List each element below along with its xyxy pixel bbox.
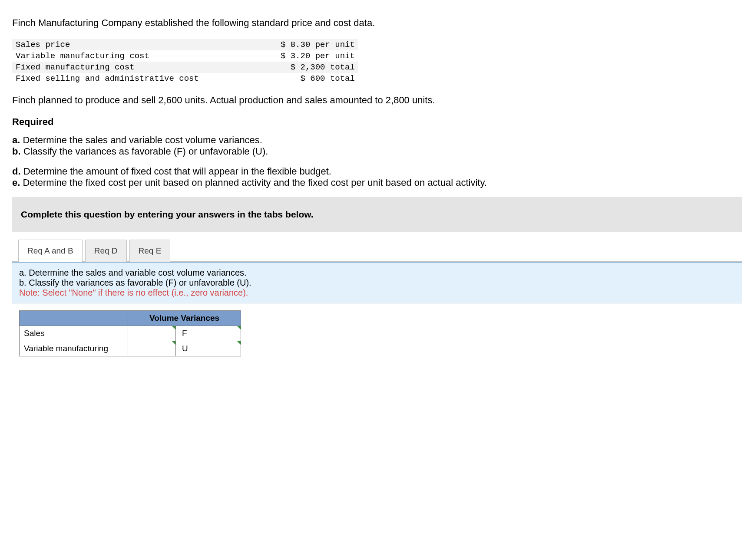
cell-edit-indicator-icon (172, 341, 175, 345)
instruction-bar: Complete this question by entering your … (12, 197, 742, 232)
answer-row-variable-manufacturing: Variable manufacturing U (20, 341, 241, 356)
tab-req-a-b[interactable]: Req A and B (18, 240, 83, 262)
variable-manufacturing-variance-classification-select[interactable]: U (176, 341, 241, 356)
problem-intro: Finch Manufacturing Company established … (12, 17, 742, 29)
cell-edit-indicator-icon (172, 326, 175, 329)
cell-edit-indicator-icon (237, 326, 241, 329)
data-value: $ 2,300 total (202, 62, 358, 73)
data-label: Fixed manufacturing cost (12, 62, 202, 73)
data-label: Fixed selling and administrative cost (12, 73, 202, 84)
tab-req-e[interactable]: Req E (129, 240, 171, 262)
tab-instructions: a. Determine the sales and variable cost… (12, 262, 742, 303)
table-row: Fixed manufacturing cost $ 2,300 total (12, 62, 358, 73)
standard-data-table: Sales price $ 8.30 per unit Variable man… (12, 39, 358, 84)
table-row: Variable manufacturing cost $ 3.20 per u… (12, 50, 358, 62)
table-row: Sales price $ 8.30 per unit (12, 39, 358, 50)
tab-strip: Req A and B Req D Req E (18, 240, 742, 262)
narrative-text: Finch planned to produce and sell 2,600 … (12, 95, 742, 106)
tab-line-a: a. Determine the sales and variable cost… (19, 268, 735, 278)
data-value: $ 8.30 per unit (202, 39, 358, 50)
row-label: Sales (20, 326, 128, 341)
blank-header (20, 311, 128, 326)
requirement-list-ab: a. Determine the sales and variable cost… (12, 135, 742, 157)
answer-row-sales: Sales F (20, 326, 241, 341)
requirement-list-de: d. Determine the amount of fixed cost th… (12, 166, 742, 188)
table-row: Fixed selling and administrative cost $ … (12, 73, 358, 84)
answer-table: Volume Variances Sales F Variable manufa… (19, 310, 241, 356)
requirement-d: d. Determine the amount of fixed cost th… (12, 166, 742, 177)
required-heading: Required (12, 116, 742, 128)
variable-manufacturing-variance-amount-input[interactable] (128, 341, 176, 356)
row-label: Variable manufacturing (20, 341, 128, 356)
tab-line-b: b. Classify the variances as favorable (… (19, 278, 735, 288)
requirement-e: e. Determine the fixed cost per unit bas… (12, 177, 742, 188)
requirement-a: a. Determine the sales and variable cost… (12, 135, 742, 146)
cell-edit-indicator-icon (237, 341, 241, 345)
tab-req-d[interactable]: Req D (85, 240, 127, 262)
requirement-b: b. Classify the variances as favorable (… (12, 146, 742, 157)
sales-variance-classification-select[interactable]: F (176, 326, 241, 341)
sales-variance-amount-input[interactable] (128, 326, 176, 341)
data-value: $ 3.20 per unit (202, 50, 358, 62)
data-label: Sales price (12, 39, 202, 50)
tab-panel-req-a-b: a. Determine the sales and variable cost… (12, 261, 742, 356)
tab-note: Note: Select "None" if there is no effec… (19, 288, 735, 298)
data-label: Variable manufacturing cost (12, 50, 202, 62)
volume-variances-header: Volume Variances (128, 311, 241, 326)
data-value: $ 600 total (202, 73, 358, 84)
